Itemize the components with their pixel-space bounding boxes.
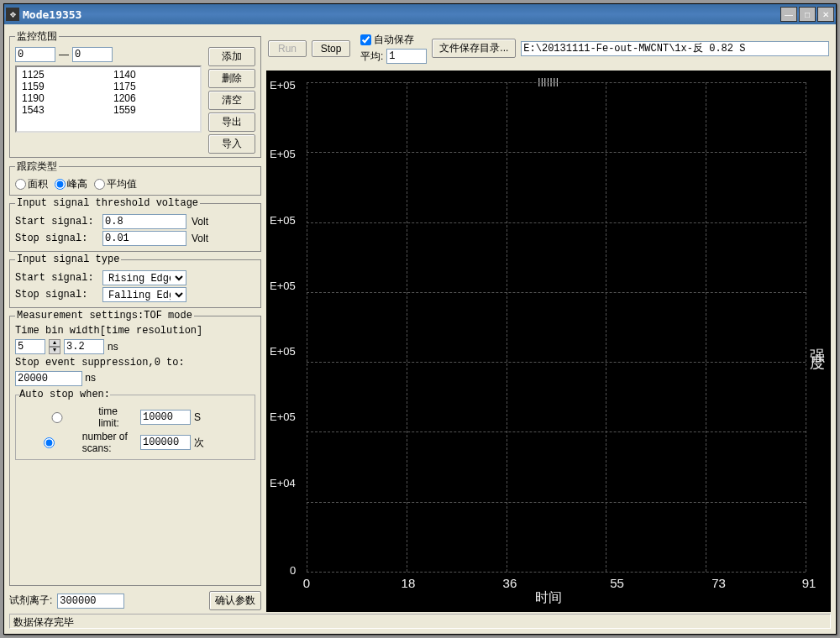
chart-grid: [307, 82, 806, 572]
stop-supp-label: Stop event suppression,0 to:: [15, 357, 255, 369]
reagent-ion-input[interactable]: [57, 594, 124, 609]
radio-peak[interactable]: 峰高: [55, 177, 87, 191]
minimize-button[interactable]: [780, 7, 797, 22]
volt-unit: Volt: [192, 216, 208, 227]
radio-num-scans[interactable]: number of scans:: [19, 431, 137, 454]
stop-button[interactable]: Stop: [312, 40, 350, 57]
export-button[interactable]: 导出: [208, 112, 255, 132]
range-from-input[interactable]: [15, 47, 55, 62]
close-button[interactable]: [817, 7, 834, 22]
app-window: Mode19353 监控范围 —: [3, 3, 837, 635]
signal-type-legend: Input signal type: [15, 254, 121, 265]
import-button[interactable]: 导入: [208, 134, 255, 154]
range-to-input[interactable]: [72, 47, 113, 62]
autostop-group: Auto stop when: time limit: S number of …: [15, 389, 255, 460]
track-type-group: 跟踪类型 面积 峰高 平均值: [9, 160, 261, 196]
clear-button[interactable]: 清空: [208, 91, 255, 110]
list-item: 11591175: [17, 81, 200, 92]
list-item: 11901206: [17, 92, 200, 104]
start-signal-input[interactable]: [102, 214, 186, 229]
spin-down-button[interactable]: ▾: [49, 347, 60, 354]
run-button[interactable]: Run: [268, 40, 307, 57]
radio-time-limit[interactable]: time limit:: [19, 405, 137, 429]
radio-area[interactable]: 面积: [15, 177, 48, 191]
stop-signal-input[interactable]: [102, 231, 186, 246]
list-item: 11251140: [17, 69, 200, 81]
avg-label: 平均:: [360, 50, 383, 64]
list-item: 15431559: [17, 104, 200, 116]
x-axis-label: 时间: [535, 589, 562, 607]
range-listbox[interactable]: 11251140 11591175 11901206 15431559: [15, 65, 202, 133]
time-limit-input[interactable]: [140, 410, 191, 425]
delete-button[interactable]: 删除: [208, 69, 255, 88]
window-title: Mode19353: [23, 8, 780, 21]
save-dir-button[interactable]: 文件保存目录...: [432, 39, 516, 58]
stop-signal-type-select[interactable]: Falling Edge: [102, 287, 186, 302]
maximize-button[interactable]: [799, 7, 816, 22]
track-type-legend: 跟踪类型: [15, 160, 59, 174]
reagent-ion-label: 试剂离子:: [9, 594, 52, 608]
signal-type-group: Input signal type Start signal: Rising E…: [9, 254, 261, 308]
y-axis-label: 强度: [807, 337, 827, 347]
start-signal-type-select[interactable]: Rising Edge: [102, 270, 186, 285]
avg-input[interactable]: [386, 49, 427, 64]
chart-area: ||||||| E+05 E+05 E+05 E+05 E+05 E+05: [266, 71, 831, 612]
num-scans-input[interactable]: [140, 435, 191, 450]
monitor-range-legend: 监控范围: [15, 29, 59, 44]
title-bar: Mode19353: [4, 4, 836, 24]
timebin-label: Time bin width[time resolution]: [15, 325, 255, 337]
threshold-group: Input signal threshold voltage Start sig…: [9, 197, 261, 252]
save-path-field[interactable]: [521, 41, 829, 56]
stop-signal-label: Stop signal:: [15, 233, 99, 244]
top-controls: Run Stop 自动保存 平均: 文件保存目录...: [266, 29, 831, 67]
start-signal-label: Start signal:: [15, 216, 99, 227]
monitor-range-group: 监控范围 — 11251140 11591175 11901206: [9, 29, 261, 158]
stop-supp-input[interactable]: [15, 371, 82, 386]
add-button[interactable]: 添加: [208, 47, 255, 66]
radio-avg[interactable]: 平均值: [94, 177, 137, 191]
measurement-group: Measurement settings:TOF mode Time bin w…: [9, 310, 261, 586]
threshold-legend: Input signal threshold voltage: [15, 197, 200, 209]
measurement-legend: Measurement settings:TOF mode: [15, 310, 194, 322]
app-icon: [6, 8, 19, 21]
confirm-params-button[interactable]: 确认参数: [209, 591, 261, 610]
timebin-n-input[interactable]: [15, 339, 45, 354]
status-bar: 数据保存完毕: [9, 614, 831, 629]
timebin-ns-input[interactable]: [64, 339, 104, 354]
autosave-checkbox[interactable]: 自动保存: [360, 33, 427, 47]
